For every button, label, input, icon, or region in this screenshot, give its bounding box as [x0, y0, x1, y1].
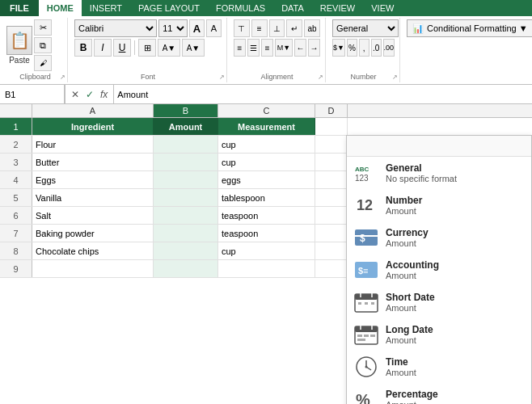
- cell-c3[interactable]: cup: [218, 154, 315, 170]
- cell-b6[interactable]: [154, 207, 218, 224]
- cell-c6[interactable]: teaspoon: [218, 207, 315, 224]
- accounting-format-button[interactable]: $▼: [332, 39, 345, 57]
- wrap-text-button[interactable]: ↵: [286, 19, 302, 37]
- cell-c4[interactable]: eggs: [218, 171, 315, 188]
- cell-a5[interactable]: Vanilla: [32, 189, 154, 206]
- cell-a9[interactable]: [32, 260, 154, 277]
- col-header-d[interactable]: D: [315, 104, 348, 117]
- svg-text:ABC: ABC: [355, 166, 369, 173]
- format-painter-button[interactable]: 🖌: [34, 55, 52, 71]
- font-color-button[interactable]: A▼: [182, 39, 205, 57]
- tab-page-layout[interactable]: PAGE LAYOUT: [130, 0, 208, 16]
- cell-d2[interactable]: [315, 136, 348, 153]
- cell-d3[interactable]: [315, 154, 348, 170]
- indent-increase-button[interactable]: →: [308, 39, 320, 57]
- align-middle-button[interactable]: ≡: [251, 19, 268, 37]
- paste-button[interactable]: 📋 Paste: [6, 26, 32, 65]
- col-header-a[interactable]: A: [32, 104, 154, 117]
- font-expand[interactable]: ↗: [219, 74, 225, 81]
- format-option-time[interactable]: Time Amount: [347, 351, 531, 383]
- cell-c1[interactable]: Measurement: [218, 118, 315, 135]
- copy-button[interactable]: ⧉: [34, 37, 52, 53]
- tab-formulas[interactable]: FORMULAS: [208, 0, 273, 16]
- increase-decimal-button[interactable]: .0: [371, 39, 382, 57]
- cell-a1[interactable]: Ingredient: [32, 118, 154, 135]
- decrease-decimal-button[interactable]: .00: [383, 39, 395, 57]
- bold-button[interactable]: B: [74, 39, 92, 57]
- format-option-currency[interactable]: $ Currency Amount: [347, 221, 531, 254]
- conditional-formatting-button[interactable]: 📊 Conditional Formatting ▼: [407, 19, 532, 37]
- cell-c7[interactable]: teaspoon: [218, 225, 315, 242]
- cell-b4[interactable]: [154, 171, 218, 188]
- tab-home[interactable]: HOME: [39, 0, 82, 16]
- format-option-short-date[interactable]: Short Date Amount: [347, 286, 531, 318]
- cell-d6[interactable]: [315, 207, 348, 224]
- align-left-button[interactable]: ≡: [234, 39, 246, 57]
- format-option-number[interactable]: 12 Number Amount: [347, 189, 531, 221]
- percent-button[interactable]: %: [347, 39, 357, 57]
- align-top-button[interactable]: ⊤: [234, 19, 250, 37]
- fill-color-button[interactable]: A▼: [158, 39, 180, 57]
- font-family-select[interactable]: Calibri: [74, 19, 157, 37]
- format-option-long-date[interactable]: Long Date Amount: [347, 318, 531, 351]
- number-format-select[interactable]: General: [332, 19, 399, 37]
- cell-a6[interactable]: Salt: [32, 207, 154, 224]
- cell-a8[interactable]: Chocolate chips: [32, 242, 154, 259]
- indent-decrease-button[interactable]: ←: [294, 39, 306, 57]
- underline-button[interactable]: U: [113, 39, 131, 57]
- italic-button[interactable]: I: [94, 39, 112, 57]
- cell-b1[interactable]: Amount: [154, 118, 218, 135]
- cut-button[interactable]: ✂: [34, 19, 52, 36]
- cell-d4[interactable]: [315, 171, 348, 188]
- cell-c9[interactable]: [218, 260, 315, 277]
- cell-b7[interactable]: [154, 225, 218, 242]
- format-search-input[interactable]: [347, 136, 531, 157]
- cell-d9[interactable]: [315, 260, 348, 277]
- clipboard-expand[interactable]: ↗: [60, 74, 65, 81]
- row-num-8: 8: [0, 242, 32, 259]
- format-option-general[interactable]: ABC 123 General No specific format: [347, 157, 531, 189]
- border-button[interactable]: ⊞: [138, 39, 156, 57]
- number-expand[interactable]: ↗: [392, 74, 398, 81]
- insert-function-button[interactable]: fx: [98, 89, 110, 100]
- format-option-percentage[interactable]: % Percentage Amount: [347, 383, 531, 404]
- name-box[interactable]: B1: [0, 85, 65, 103]
- increase-font-button[interactable]: A: [189, 19, 205, 37]
- tab-file[interactable]: FILE: [0, 0, 39, 16]
- formula-input[interactable]: [114, 85, 532, 103]
- orientation-button[interactable]: ab: [304, 19, 320, 37]
- merge-button[interactable]: M▼: [275, 39, 293, 57]
- tab-review[interactable]: REVIEW: [312, 0, 363, 16]
- cell-d7[interactable]: [315, 225, 348, 242]
- cell-c2[interactable]: cup: [218, 136, 315, 153]
- cell-d5[interactable]: [315, 189, 348, 206]
- cell-d1[interactable]: [315, 118, 348, 135]
- align-right-button[interactable]: ≡: [261, 39, 273, 57]
- align-center-button[interactable]: ☰: [247, 39, 260, 57]
- decrease-font-button[interactable]: A: [206, 19, 222, 37]
- align-bottom-button[interactable]: ⊥: [269, 19, 285, 37]
- comma-button[interactable]: ,: [359, 39, 369, 57]
- col-header-c[interactable]: C: [218, 104, 315, 117]
- format-option-accounting[interactable]: $≡ Accounting Amount: [347, 254, 531, 286]
- cell-a2[interactable]: Flour: [32, 136, 154, 153]
- cell-b8[interactable]: [154, 242, 218, 259]
- cell-c8[interactable]: cup: [218, 242, 315, 259]
- cell-d8[interactable]: [315, 242, 348, 259]
- alignment-expand[interactable]: ↗: [318, 74, 323, 81]
- cell-b2[interactable]: [154, 136, 218, 153]
- cell-a4[interactable]: Eggs: [32, 171, 154, 188]
- cancel-formula-button[interactable]: ✕: [69, 89, 82, 100]
- confirm-formula-button[interactable]: ✓: [83, 89, 96, 100]
- cell-c5[interactable]: tablespoon: [218, 189, 315, 206]
- tab-insert[interactable]: INSERT: [82, 0, 130, 16]
- cell-b5[interactable]: [154, 189, 218, 206]
- col-header-b[interactable]: B: [154, 104, 218, 117]
- tab-data[interactable]: DATA: [273, 0, 312, 16]
- cell-a3[interactable]: Butter: [32, 154, 154, 170]
- font-size-select[interactable]: 11: [158, 19, 188, 37]
- cell-a7[interactable]: Baking powder: [32, 225, 154, 242]
- tab-view[interactable]: VIEW: [363, 0, 402, 16]
- cell-b3[interactable]: [154, 154, 218, 170]
- cell-b9[interactable]: [154, 260, 218, 277]
